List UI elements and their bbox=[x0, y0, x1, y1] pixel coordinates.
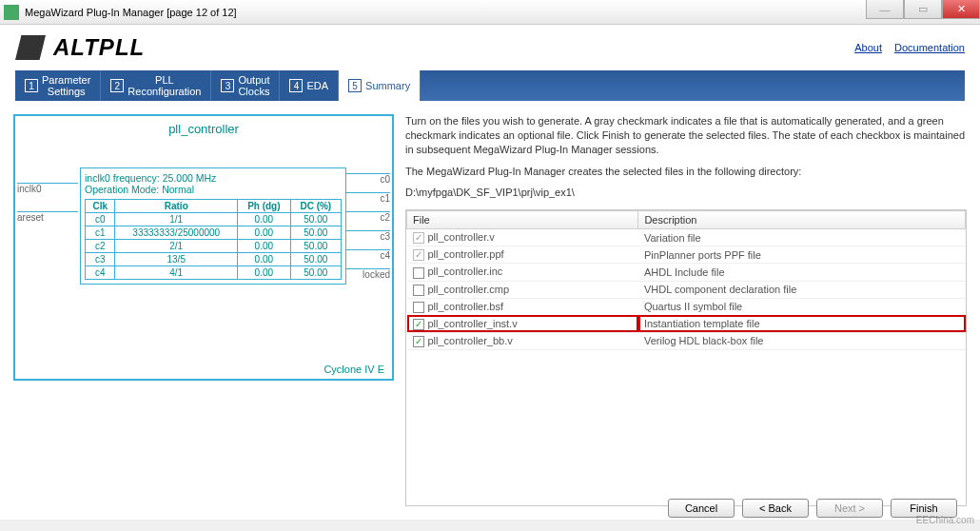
device-label: Cyclone IV E bbox=[323, 364, 384, 375]
file-row[interactable]: ✓pll_controller_bb.vVerilog HDL black-bo… bbox=[407, 332, 966, 349]
tab-filler bbox=[421, 70, 965, 101]
back-button[interactable]: < Back bbox=[742, 499, 809, 518]
window-title: MegaWizard Plug-In Manager [page 12 of 1… bbox=[25, 7, 237, 18]
col-desc[interactable]: Description bbox=[638, 211, 966, 229]
output-directory: D:\myfpga\DK_SF_VIP1\prj\vip_ex1\ bbox=[405, 186, 967, 200]
file-name: pll_controller.v bbox=[428, 231, 495, 243]
tab-summary[interactable]: 5Summary bbox=[339, 70, 421, 101]
diagram-title: pll_controller bbox=[15, 116, 392, 142]
app-icon bbox=[4, 5, 19, 20]
file-checkbox[interactable]: ✓ bbox=[413, 319, 424, 330]
wizard-body: pll_controller inclk0 areset c0 c1 c2 c3… bbox=[0, 101, 980, 520]
summary-pane: Turn on the files you wish to generate. … bbox=[405, 114, 967, 506]
wizard-footer: Cancel < Back Next > Finish bbox=[668, 499, 957, 518]
file-row[interactable]: pll_controller.bsfQuartus II symbol file bbox=[407, 298, 966, 315]
header-links: About Documentation bbox=[845, 42, 965, 53]
file-description: AHDL Include file bbox=[638, 264, 966, 281]
block-diagram: pll_controller inclk0 areset c0 c1 c2 c3… bbox=[13, 114, 394, 381]
product-logo: ALTPLL bbox=[15, 34, 145, 61]
table-row: c01/10.0050.00 bbox=[86, 213, 342, 226]
file-name: pll_controller_bb.v bbox=[428, 335, 513, 346]
file-checkbox: ✓ bbox=[413, 232, 424, 244]
file-name: pll_controller.ppf bbox=[428, 248, 504, 260]
port-c0: c0 bbox=[343, 173, 390, 185]
file-checkbox: ✓ bbox=[413, 249, 424, 261]
header: ALTPLL About Documentation 1Parameter Se… bbox=[0, 25, 980, 101]
tab-output-clocks[interactable]: 3Output Clocks bbox=[211, 70, 280, 101]
table-row: c22/10.0050.00 bbox=[86, 240, 342, 253]
file-checkbox[interactable] bbox=[413, 302, 424, 313]
close-button[interactable]: ✕ bbox=[942, 0, 980, 19]
about-link[interactable]: About bbox=[854, 42, 882, 53]
next-button: Next > bbox=[816, 499, 883, 518]
port-locked: locked bbox=[343, 268, 390, 280]
intro-text: Turn on the files you wish to generate. … bbox=[405, 114, 967, 157]
minimize-button[interactable]: — bbox=[866, 0, 904, 19]
maximize-button[interactable]: ▭ bbox=[904, 0, 942, 19]
col-file[interactable]: File bbox=[407, 211, 638, 229]
tab-pll-reconfiguration[interactable]: 2PLL Reconfiguration bbox=[101, 70, 211, 101]
file-name: pll_controller.cmp bbox=[428, 284, 510, 295]
file-checkbox[interactable]: ✓ bbox=[413, 336, 424, 347]
watermark: EEChina.com bbox=[916, 515, 974, 525]
file-row[interactable]: ✓pll_controller.ppfPinPlanner ports PPF … bbox=[407, 246, 966, 264]
port-areset: areset bbox=[17, 211, 78, 223]
tab-eda[interactable]: 4EDA bbox=[280, 70, 339, 101]
file-description: VHDL component declaration file bbox=[638, 281, 966, 298]
file-name: pll_controller_inst.v bbox=[428, 318, 518, 329]
titlebar: MegaWizard Plug-In Manager [page 12 of 1… bbox=[0, 0, 980, 25]
diagram-details: inclk0 frequency: 25.000 MHz Operation M… bbox=[80, 167, 346, 285]
clock-table: Clk Ratio Ph (dg) DC (%) c01/10.0050.00 … bbox=[85, 199, 342, 280]
port-c2: c2 bbox=[343, 211, 390, 223]
dir-intro: The MegaWizard Plug-In Manager creates t… bbox=[405, 165, 967, 179]
file-row[interactable]: pll_controller.cmpVHDL component declara… bbox=[407, 281, 966, 298]
port-c4: c4 bbox=[343, 249, 390, 261]
operation-mode: Operation Mode: Normal bbox=[85, 184, 342, 195]
tab-parameter-settings[interactable]: 1Parameter Settings bbox=[15, 70, 101, 101]
port-inclk0: inclk0 bbox=[17, 183, 78, 194]
chip-icon bbox=[15, 35, 46, 60]
file-description: Instantiation template file bbox=[638, 315, 966, 332]
wizard-tabs: 1Parameter Settings 2PLL Reconfiguration… bbox=[15, 70, 965, 101]
file-name: pll_controller.inc bbox=[428, 266, 503, 277]
port-c3: c3 bbox=[343, 230, 390, 242]
file-name: pll_controller.bsf bbox=[428, 301, 504, 312]
file-description: PinPlanner ports PPF file bbox=[638, 246, 966, 264]
file-row[interactable]: pll_controller.incAHDL Include file bbox=[407, 264, 966, 281]
file-checkbox[interactable] bbox=[413, 267, 424, 279]
documentation-link[interactable]: Documentation bbox=[894, 42, 965, 53]
file-description: Verilog HDL black-box file bbox=[638, 332, 966, 349]
table-row: c313/50.0050.00 bbox=[86, 253, 342, 266]
inclk-frequency: inclk0 frequency: 25.000 MHz bbox=[85, 172, 342, 184]
file-description: Quartus II symbol file bbox=[638, 298, 966, 315]
file-checkbox[interactable] bbox=[413, 285, 424, 296]
file-row[interactable]: ✓pll_controller_inst.vInstantiation temp… bbox=[407, 315, 966, 332]
product-name: ALTPLL bbox=[53, 34, 145, 61]
file-list: File Description ✓pll_controller.vVariat… bbox=[405, 209, 967, 506]
file-row[interactable]: ✓pll_controller.vVariation file bbox=[407, 229, 966, 246]
table-row: c44/10.0050.00 bbox=[86, 266, 342, 280]
port-c1: c1 bbox=[343, 192, 390, 204]
cancel-button[interactable]: Cancel bbox=[668, 499, 735, 518]
table-row: c133333333/250000000.0050.00 bbox=[86, 226, 342, 240]
file-description: Variation file bbox=[638, 229, 966, 246]
